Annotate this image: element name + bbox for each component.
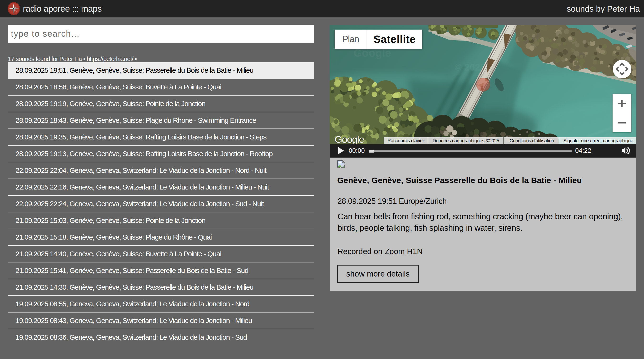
svg-text:© 2025: © 2025 bbox=[455, 62, 486, 73]
